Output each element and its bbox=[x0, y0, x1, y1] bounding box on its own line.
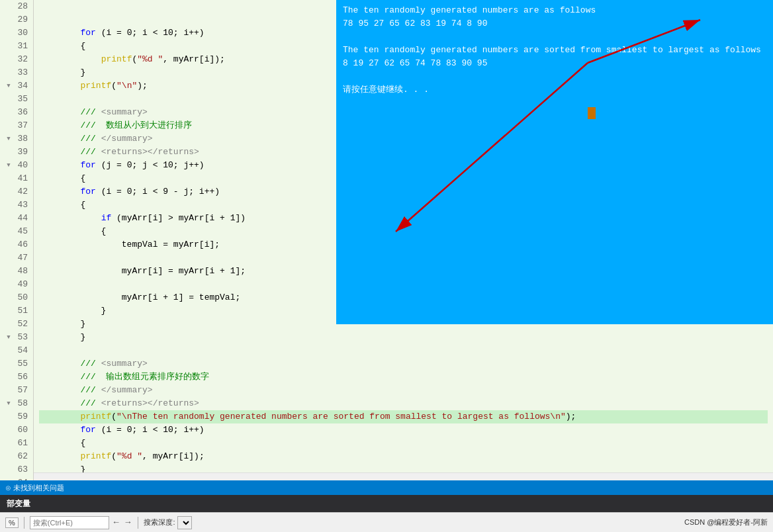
line-number-42: 42 bbox=[5, 185, 28, 199]
line-num-38: 38 bbox=[15, 132, 28, 146]
line-num-59: 59 bbox=[15, 410, 28, 423]
fold-icon-31 bbox=[5, 43, 12, 50]
fold-icon-40[interactable]: ▼ bbox=[5, 162, 12, 169]
token-plain-31: } bbox=[80, 67, 85, 77]
fold-icon-42 bbox=[5, 189, 12, 195]
token-plain-42 bbox=[39, 213, 101, 223]
line-number-53: ▼53 bbox=[5, 331, 28, 344]
fold-icon-34[interactable]: ▼ bbox=[5, 83, 12, 89]
token-plain-48: myArr[i + 1] = tempVal; bbox=[39, 292, 240, 302]
line-num-60: 60 bbox=[15, 423, 28, 437]
line-num-41: 41 bbox=[15, 172, 28, 185]
brand-label: CSDN @编程爱好者-阿新 bbox=[684, 517, 768, 527]
separator-2 bbox=[138, 517, 138, 529]
line-num-31: 31 bbox=[15, 40, 28, 53]
token-comment-tag-37: <returns></returns> bbox=[101, 147, 199, 157]
line-num-39: 39 bbox=[15, 146, 28, 159]
token-yellow-fn-30: printf bbox=[101, 54, 132, 64]
code-line-56: /// <returns></returns> bbox=[39, 397, 768, 410]
line-num-32: 32 bbox=[15, 53, 28, 66]
token-comment-34: /// bbox=[80, 107, 101, 117]
fold-icon-35 bbox=[5, 96, 12, 103]
token-comment-56: /// bbox=[80, 398, 101, 408]
indent-32 bbox=[39, 81, 80, 91]
fold-icon-38[interactable]: ▼ bbox=[5, 136, 12, 142]
line-number-34: ▼34 bbox=[5, 79, 28, 93]
line-number-41: 41 bbox=[5, 172, 28, 185]
line-number-55: 55 bbox=[5, 357, 28, 371]
indent-34 bbox=[39, 107, 80, 117]
terminal-line-1: 78 95 27 65 62 83 19 74 8 90 bbox=[343, 17, 766, 30]
line-num-52: 52 bbox=[15, 318, 28, 331]
line-number-56: 56 bbox=[5, 371, 28, 384]
token-str-57: "\nThe ten randomly generated numbers ar… bbox=[116, 412, 566, 421]
variables-title: 部变量 bbox=[7, 498, 30, 510]
code-line-52 bbox=[39, 344, 768, 357]
bottom-toolbar: % ← → 搜索深度: CSDN @编程爱好者-阿新 bbox=[0, 512, 773, 532]
indent-59 bbox=[39, 438, 80, 448]
horizontal-scrollbar[interactable] bbox=[34, 472, 773, 480]
token-plain-32: ( bbox=[111, 81, 116, 91]
line-num-33: 33 bbox=[15, 66, 28, 79]
line-number-37: 37 bbox=[5, 119, 28, 132]
fold-icon-63 bbox=[5, 466, 12, 473]
code-line-54: /// 输出数组元素排序好的数字 bbox=[39, 371, 768, 384]
line-num-34: 34 bbox=[15, 79, 28, 93]
token-str-60: "%d " bbox=[116, 451, 142, 461]
token-str-32: "\n" bbox=[116, 81, 137, 91]
line-num-51: 51 bbox=[15, 304, 28, 318]
zoom-level[interactable]: % bbox=[5, 517, 19, 528]
indent-31 bbox=[39, 67, 80, 77]
line-number-39: 39 bbox=[5, 146, 28, 159]
fold-icon-30 bbox=[5, 30, 12, 36]
terminal-line-5 bbox=[343, 70, 766, 83]
code-line-57: printf("\nThe ten randomly generated num… bbox=[39, 410, 768, 423]
depth-select[interactable] bbox=[177, 516, 192, 529]
code-line-59: { bbox=[39, 437, 768, 450]
token-comment-tag-36: </summary> bbox=[101, 134, 153, 144]
indent-57 bbox=[39, 412, 80, 421]
line-number-46: 46 bbox=[5, 238, 28, 251]
indent-29 bbox=[39, 41, 80, 51]
line-num-58: 58 bbox=[15, 397, 28, 410]
no-problems-status: ⊙ 未找到相关问题 bbox=[5, 483, 64, 493]
search-input[interactable] bbox=[30, 516, 109, 529]
token-comment-37: /// bbox=[80, 147, 101, 157]
fold-icon-53[interactable]: ▼ bbox=[5, 334, 12, 341]
token-plain-50: } bbox=[39, 319, 85, 329]
token-plain-39: { bbox=[80, 173, 85, 183]
token-plain-41: { bbox=[39, 200, 85, 210]
line-number-40: ▼40 bbox=[5, 159, 28, 172]
line-number-47: 47 bbox=[5, 251, 28, 265]
line-num-56: 56 bbox=[15, 371, 28, 384]
token-plain-60 bbox=[39, 451, 80, 461]
fold-icon-58[interactable]: ▼ bbox=[5, 400, 12, 407]
line-num-37: 37 bbox=[15, 119, 28, 132]
indent-36 bbox=[39, 134, 80, 144]
indent-38 bbox=[39, 160, 80, 170]
token-comment-36: /// bbox=[80, 134, 101, 144]
fold-icon-60 bbox=[5, 427, 12, 433]
nav-back-button[interactable]: ← bbox=[112, 517, 121, 527]
indent-54 bbox=[39, 372, 80, 382]
line-number-32: 32 bbox=[5, 53, 28, 66]
token-str-30: "%d " bbox=[137, 54, 163, 64]
fold-icon-45 bbox=[5, 228, 12, 235]
nav-forward-button[interactable]: → bbox=[124, 517, 133, 527]
line-numbers: 282930313233▼34353637▼3839▼4041424344454… bbox=[0, 0, 34, 480]
line-number-35: 35 bbox=[5, 93, 28, 106]
code-line-58: for (i = 0; i < 10; i++) bbox=[39, 423, 768, 437]
status-bar: ⊙ 未找到相关问题 bbox=[0, 480, 773, 495]
fold-icon-41 bbox=[5, 175, 12, 182]
terminal-line-2 bbox=[343, 30, 766, 44]
token-plain-42: (myArr[i] > myArr[i + 1]) bbox=[111, 213, 246, 223]
line-number-54: 54 bbox=[5, 344, 28, 357]
token-kw-58: for bbox=[80, 425, 95, 435]
code-line-60: printf("%d ", myArr[i]); bbox=[39, 450, 768, 463]
fold-icon-48 bbox=[5, 268, 12, 275]
indent-53 bbox=[39, 359, 80, 369]
line-num-40: 40 bbox=[15, 159, 28, 172]
line-num-43: 43 bbox=[15, 199, 28, 212]
line-number-49: 49 bbox=[5, 278, 28, 291]
line-number-58: ▼58 bbox=[5, 397, 28, 410]
